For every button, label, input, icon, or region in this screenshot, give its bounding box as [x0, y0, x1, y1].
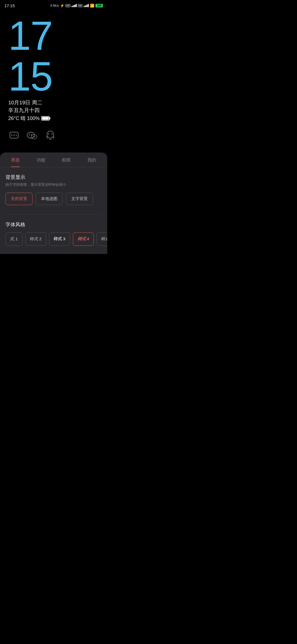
clock-minute: 15 — [8, 56, 99, 97]
background-section: 背景显示 由于空间有限，显示背景后时钟会缩小 关闭背景 本地选图 文字背景 — [0, 167, 107, 208]
battery-icon: 100 — [95, 4, 103, 7]
qq-icon[interactable] — [45, 130, 56, 141]
weather-line: 26°C 晴 100% — [8, 115, 99, 122]
battery-widget-icon — [41, 116, 50, 121]
bg-local-button[interactable]: 本地选图 — [36, 193, 63, 205]
svg-point-4 — [27, 132, 34, 138]
background-btn-group: 关闭背景 本地选图 文字背景 — [6, 193, 102, 205]
svg-point-8 — [33, 137, 34, 137]
font-btn-group: 式 1 样式 2 样式 3 样式 4 样式 5 — [6, 232, 102, 246]
wifi-icon: 📶 — [90, 4, 94, 8]
clock-area: 17 15 10月19日 周二 辛丑九月十四 26°C 晴 100% — [0, 10, 107, 124]
signal-hd-icon-2: HD — [78, 4, 83, 7]
svg-point-2 — [13, 135, 15, 136]
svg-point-3 — [16, 135, 17, 136]
date-line1: 10月19日 周二 — [8, 99, 99, 106]
date-line2: 辛丑九月十四 — [8, 107, 99, 114]
tab-permission[interactable]: 权限 — [54, 152, 79, 167]
font-section: 字体风格 式 1 样式 2 样式 3 样式 4 样式 5 — [0, 221, 107, 246]
bluetooth-icon: ⚡ — [60, 4, 64, 8]
signal-hd-icon: HD — [65, 4, 70, 7]
clock-hour: 17 — [8, 15, 99, 56]
signal-bars-1 — [72, 4, 77, 7]
background-title: 背景显示 — [6, 174, 102, 181]
svg-point-1 — [11, 135, 12, 136]
status-time: 17:15 — [4, 3, 15, 8]
svg-point-10 — [47, 131, 54, 138]
font-style2-button[interactable]: 样式 2 — [25, 232, 46, 246]
svg-point-12 — [51, 133, 53, 135]
font-style4-button[interactable]: 样式 4 — [73, 232, 94, 246]
bottom-panel: 界面 功能 权限 我的 背景显示 由于空间有限，显示背景后时钟会缩小 关闭背景 … — [0, 152, 107, 254]
weather-text: 26°C 晴 100% — [8, 115, 40, 122]
font-style3-button[interactable]: 样式 3 — [49, 232, 70, 246]
tab-bar: 界面 功能 权限 我的 — [0, 152, 107, 167]
network-speed: 0.5K/s — [50, 4, 59, 7]
status-icons: 0.5K/s ⚡ HD HD 📶 100 — [50, 4, 103, 8]
notification-icons-row — [0, 124, 107, 147]
font-style1-button[interactable]: 式 1 — [6, 232, 23, 246]
svg-point-11 — [48, 133, 49, 135]
font-style5-button[interactable]: 样式 5 — [97, 232, 107, 246]
tab-interface[interactable]: 界面 — [3, 152, 28, 167]
font-title: 字体风格 — [6, 221, 102, 228]
wechat-icon[interactable] — [26, 130, 38, 141]
tab-function[interactable]: 功能 — [28, 152, 54, 167]
svg-point-9 — [35, 137, 35, 137]
background-desc: 由于空间有限，显示背景后时钟会缩小 — [6, 182, 102, 187]
message-icon[interactable] — [8, 130, 20, 141]
date-info: 10月19日 周二 辛丑九月十四 26°C 晴 100% — [8, 99, 99, 122]
section-divider — [6, 214, 102, 215]
signal-bars-2 — [84, 4, 89, 7]
svg-point-5 — [29, 134, 30, 135]
status-bar: 17:15 0.5K/s ⚡ HD HD 📶 100 — [0, 0, 107, 10]
bg-off-button[interactable]: 关闭背景 — [6, 193, 32, 205]
tab-mine[interactable]: 我的 — [79, 152, 105, 167]
bg-text-button[interactable]: 文字背景 — [66, 193, 93, 205]
